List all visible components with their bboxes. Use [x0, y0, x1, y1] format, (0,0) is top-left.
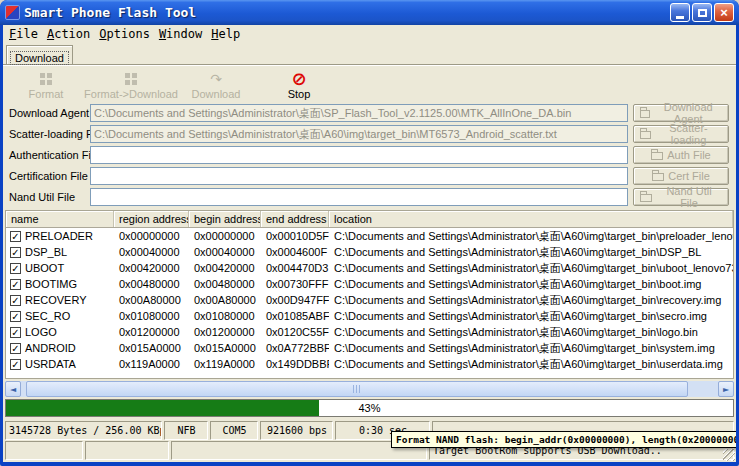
- row-checkbox[interactable]: ✓: [10, 327, 21, 338]
- scroll-left-icon: ◄: [10, 385, 16, 394]
- partition-name: USRDATA: [25, 358, 76, 370]
- minimize-icon: [676, 16, 684, 19]
- row-checkbox[interactable]: ✓: [10, 231, 21, 242]
- row-checkbox[interactable]: ✓: [10, 311, 21, 322]
- table-row[interactable]: ✓RECOVERY0x00A800000x00A800000x00D947FFC…: [6, 292, 733, 308]
- format-button[interactable]: Format: [10, 69, 82, 101]
- table-row[interactable]: ✓LOGO0x012000000x012000000x0120C55FC:\Do…: [6, 324, 733, 340]
- cert-file-browse-button[interactable]: Cert File: [633, 167, 729, 185]
- region-address: 0x01080000: [114, 310, 189, 322]
- stop-icon: ⊘: [291, 71, 306, 87]
- authentication-file-label: Authentication File: [9, 149, 100, 161]
- folder-open-icon: [640, 131, 651, 139]
- menu-item-action[interactable]: Action: [47, 27, 90, 41]
- region-address: 0x00040000: [114, 246, 189, 258]
- region-address: 0x015A0000: [114, 342, 189, 354]
- table-row[interactable]: ✓ANDROID0x015A00000x015A00000x0A772BBFC:…: [6, 340, 733, 356]
- end-address: 0x00D947FF: [261, 294, 329, 306]
- tab-download[interactable]: Download: [6, 45, 73, 64]
- table-body: ✓PRELOADER0x000000000x000000000x00010D5F…: [6, 228, 733, 372]
- table-row[interactable]: ✓UBOOT0x004200000x004200000x004470D3C:\D…: [6, 260, 733, 276]
- end-address: 0x0A772BBF: [261, 342, 329, 354]
- column-header-location[interactable]: location: [329, 211, 733, 227]
- download-icon: ↷: [210, 71, 222, 87]
- begin-address: 0x00420000: [189, 262, 261, 274]
- status-mode: NFB: [164, 421, 208, 440]
- begin-address: 0x01200000: [189, 326, 261, 338]
- table-row[interactable]: ✓USRDATA0x119A00000x119A00000x149DDBBFC:…: [6, 356, 733, 372]
- scatter-loading-browse-button[interactable]: Scatter-loading: [633, 125, 729, 143]
- row-checkbox[interactable]: ✓: [10, 343, 21, 354]
- table-row[interactable]: ✓DSP_BL0x000400000x000400000x0004600FC:\…: [6, 244, 733, 260]
- scatter-loading-input[interactable]: [90, 125, 628, 143]
- format-download-icon: [125, 73, 137, 85]
- column-header-name[interactable]: name: [6, 211, 114, 227]
- partition-table: name region address begin address end ad…: [5, 210, 734, 379]
- partition-name: ANDROID: [25, 342, 76, 354]
- authentication-file-input[interactable]: [90, 146, 628, 164]
- end-address: 0x004470D3: [261, 262, 329, 274]
- row-checkbox[interactable]: ✓: [10, 359, 21, 370]
- region-address: 0x00480000: [114, 278, 189, 290]
- table-row[interactable]: ✓SEC_RO0x010800000x010800000x01085ABFC:\…: [6, 308, 733, 324]
- toolbar: Format Format->Download ↷ Download ⊘ Sto…: [3, 64, 736, 103]
- end-address: 0x0120C55F: [261, 326, 329, 338]
- name-cell: ✓BOOTIMG: [6, 278, 114, 290]
- name-cell: ✓SEC_RO: [6, 310, 114, 322]
- begin-address: 0x00000000: [189, 230, 261, 242]
- progress-bar: 43%: [5, 399, 734, 417]
- location-path: C:\Documents and Settings\Administrator\…: [329, 277, 733, 292]
- nand-util-file-input[interactable]: [90, 188, 628, 206]
- row-checkbox[interactable]: ✓: [10, 247, 21, 258]
- row-checkbox[interactable]: ✓: [10, 295, 21, 306]
- begin-address: 0x00040000: [189, 246, 261, 258]
- table-row[interactable]: ✓PRELOADER0x000000000x000000000x00010D5F…: [6, 228, 733, 244]
- resize-grip[interactable]: [723, 449, 735, 461]
- folder-open-icon: [651, 152, 663, 160]
- download-agent-input[interactable]: [90, 104, 628, 122]
- column-header-begin-address[interactable]: begin address: [189, 211, 261, 227]
- auth-file-browse-button[interactable]: Auth File: [633, 146, 729, 164]
- name-cell: ✓DSP_BL: [6, 246, 114, 258]
- status-empty-panel: [85, 441, 169, 460]
- table-row[interactable]: ✓BOOTIMG0x004800000x004800000x00730FFFC:…: [6, 276, 733, 292]
- certification-file-input[interactable]: [90, 167, 628, 185]
- scroll-left-button[interactable]: ◄: [5, 381, 21, 397]
- partition-name: LOGO: [25, 326, 57, 338]
- horizontal-scrollbar[interactable]: ◄ ►: [5, 381, 734, 397]
- maximize-button[interactable]: [692, 3, 712, 22]
- partition-name: DSP_BL: [25, 246, 67, 258]
- scroll-right-button[interactable]: ►: [718, 381, 734, 397]
- scrollbar-track[interactable]: [21, 381, 718, 397]
- partition-name: RECOVERY: [25, 294, 87, 306]
- stop-button[interactable]: ⊘ Stop: [267, 69, 331, 101]
- column-header-end-address[interactable]: end address: [261, 211, 329, 227]
- row-checkbox[interactable]: ✓: [10, 263, 21, 274]
- menu-item-file[interactable]: File: [9, 27, 38, 41]
- menu-item-options[interactable]: Options: [99, 27, 150, 41]
- menu-item-window[interactable]: Window: [159, 27, 202, 41]
- column-header-region-address[interactable]: region address: [114, 211, 189, 227]
- format-icon: [40, 73, 52, 85]
- location-path: C:\Documents and Settings\Administrator\…: [329, 261, 733, 276]
- menu-item-help[interactable]: Help: [211, 27, 240, 41]
- status-empty-panel: [171, 441, 427, 460]
- download-agent-browse-button[interactable]: Download Agent: [633, 104, 729, 122]
- maximize-icon: [698, 9, 707, 17]
- name-cell: ✓LOGO: [6, 326, 114, 338]
- minimize-button[interactable]: [670, 3, 690, 22]
- begin-address: 0x119A0000: [189, 358, 261, 370]
- partition-name: SEC_RO: [25, 310, 70, 322]
- location-path: C:\Documents and Settings\Administrator\…: [329, 325, 733, 340]
- download-button[interactable]: ↷ Download: [180, 69, 252, 101]
- close-button[interactable]: ×: [714, 3, 734, 22]
- nand-util-browse-button[interactable]: Nand Util File: [633, 188, 729, 206]
- location-path: C:\Documents and Settings\Administrator\…: [329, 357, 733, 372]
- menu-bar: FileActionOptionsWindowHelp: [3, 25, 736, 45]
- begin-address: 0x01080000: [189, 310, 261, 322]
- format-download-button[interactable]: Format->Download: [80, 69, 182, 101]
- location-path: C:\Documents and Settings\Administrator\…: [329, 229, 733, 244]
- scrollbar-thumb[interactable]: [26, 381, 688, 397]
- location-path: C:\Documents and Settings\Administrator\…: [329, 309, 733, 324]
- row-checkbox[interactable]: ✓: [10, 279, 21, 290]
